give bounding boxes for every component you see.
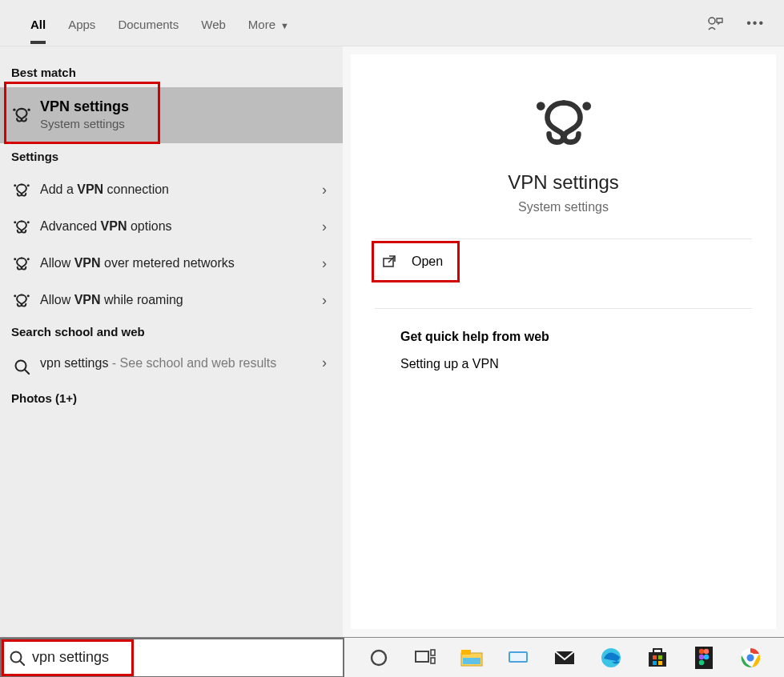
svg-point-7	[372, 651, 386, 665]
search-icon	[2, 650, 32, 666]
result-web-search[interactable]: vpn settings - See school and web result…	[0, 347, 343, 385]
edge-icon[interactable]	[599, 646, 623, 670]
svg-rect-8	[416, 651, 428, 662]
chevron-right-icon: ›	[317, 255, 332, 272]
open-label: Open	[412, 254, 443, 269]
svg-rect-15	[510, 653, 526, 661]
tab-all[interactable]: All	[19, 3, 57, 43]
feedback-icon[interactable]	[706, 15, 724, 31]
svg-point-27	[699, 654, 704, 659]
divider	[375, 308, 752, 309]
vpn-icon	[11, 179, 32, 200]
tab-apps[interactable]: Apps	[57, 3, 107, 43]
mail-icon[interactable]	[553, 646, 577, 670]
quick-help-link-setup-vpn[interactable]: Setting up a VPN	[400, 357, 752, 371]
taskview-icon[interactable]	[413, 646, 437, 670]
results-pane: Best match VPN settings System settings …	[0, 46, 343, 637]
taskbar	[0, 637, 784, 677]
tab-documents[interactable]: Documents	[107, 3, 190, 43]
svg-rect-13	[463, 658, 480, 664]
tab-web[interactable]: Web	[190, 3, 237, 43]
svg-point-29	[699, 659, 704, 664]
preview-pane-wrap: VPN settings System settings Open Get qu…	[343, 46, 784, 637]
vpn-icon	[11, 104, 32, 125]
result-allow-vpn-metered[interactable]: Allow VPN over metered networks ›	[0, 245, 343, 282]
svg-rect-18	[649, 652, 666, 667]
result-allow-vpn-roaming[interactable]: Allow VPN while roaming ›	[0, 282, 343, 318]
preview-pane: VPN settings System settings Open Get qu…	[351, 54, 776, 629]
figma-icon[interactable]	[692, 646, 716, 670]
preview-subtitle: System settings	[375, 200, 752, 214]
more-options-icon[interactable]: •••	[746, 16, 765, 30]
chevron-right-icon: ›	[317, 182, 332, 198]
vpn-icon	[11, 216, 32, 237]
chevron-right-icon: ›	[317, 292, 332, 309]
best-match-title: VPN settings	[40, 98, 129, 115]
cortana-icon[interactable]	[367, 646, 391, 670]
preview-title: VPN settings	[375, 171, 752, 194]
chrome-icon[interactable]	[738, 646, 762, 670]
taskbar-search[interactable]	[0, 638, 344, 678]
open-button[interactable]: Open	[375, 239, 479, 284]
quick-help-header: Get quick help from web	[400, 330, 752, 344]
app-icon-keyboard[interactable]	[506, 646, 530, 670]
svg-point-25	[699, 648, 704, 653]
search-icon	[11, 356, 32, 377]
search-tabs: All Apps Documents Web More▼ •••	[0, 0, 784, 46]
result-advanced-vpn-options[interactable]: Advanced VPN options ›	[0, 208, 343, 245]
open-icon	[381, 254, 397, 270]
vpn-icon-large	[375, 93, 752, 149]
file-explorer-icon[interactable]	[460, 646, 484, 670]
svg-rect-23	[658, 661, 662, 665]
chevron-right-icon: ›	[317, 218, 332, 235]
taskbar-icons	[367, 646, 762, 670]
svg-rect-12	[461, 650, 471, 655]
chevron-right-icon: ›	[317, 355, 332, 371]
chevron-down-icon: ▼	[280, 21, 289, 30]
best-match-subtitle: System settings	[40, 117, 129, 130]
svg-point-26	[704, 648, 709, 653]
svg-rect-19	[653, 649, 661, 653]
svg-point-28	[704, 654, 709, 659]
svg-rect-9	[431, 650, 435, 655]
result-add-vpn-connection[interactable]: Add a VPN connection ›	[0, 171, 343, 208]
section-photos: Photos (1+)	[0, 385, 343, 413]
section-settings: Settings	[0, 143, 343, 171]
svg-rect-10	[431, 658, 435, 663]
svg-rect-20	[653, 655, 657, 659]
section-best-match: Best match	[0, 59, 343, 87]
section-search-web: Search school and web	[0, 318, 343, 347]
svg-rect-21	[658, 655, 662, 659]
search-input[interactable]	[32, 649, 343, 666]
tab-more[interactable]: More▼	[237, 3, 300, 43]
vpn-icon	[11, 290, 32, 310]
result-best-match-vpn-settings[interactable]: VPN settings System settings	[0, 87, 343, 143]
vpn-icon	[11, 253, 32, 274]
svg-rect-22	[653, 661, 657, 665]
microsoft-store-icon[interactable]	[645, 646, 669, 670]
